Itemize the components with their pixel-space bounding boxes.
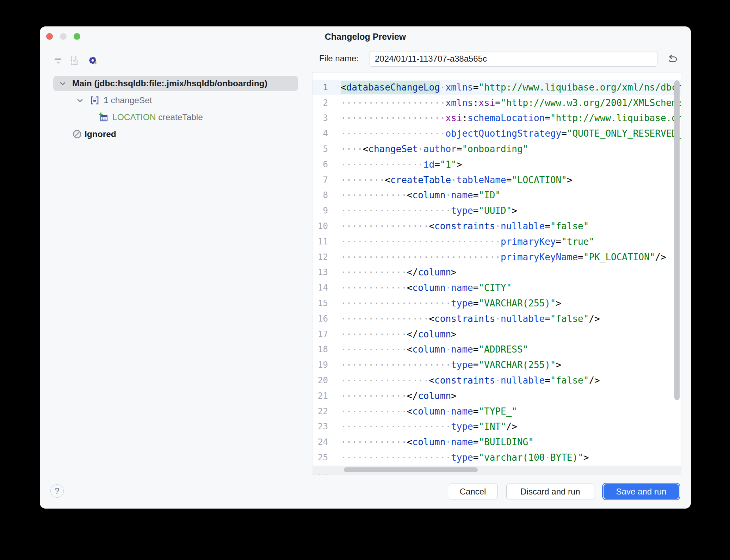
code-text: ·····························primaryKeyN…: [341, 252, 666, 262]
code-line-25: 25····················type="varchar(100·…: [313, 450, 681, 465]
file-name-label: File name:: [319, 54, 359, 63]
help-button[interactable]: ?: [50, 484, 64, 498]
line-number: 2: [313, 98, 328, 108]
move-down-button[interactable]: [53, 56, 63, 66]
line-number: 3: [313, 113, 328, 123]
code-text: ················<constraints·nullable="f…: [341, 221, 589, 231]
horizontal-scrollbar[interactable]: [344, 467, 478, 472]
titlebar: Changelog Preview: [40, 26, 691, 46]
settings-gear-icon: [88, 56, 98, 66]
changelog-editor-pane: File name: 1<databaseChangeLog·xmlns="ht…: [312, 46, 691, 475]
tree-item-label: Ignored: [85, 129, 116, 139]
line-number: 6: [313, 160, 328, 169]
code-text: ············<column·name="BUILDING": [341, 437, 534, 447]
horizontal-scrollbar-track: [313, 466, 681, 474]
changeset-icon: [89, 95, 100, 106]
line-number: 23: [313, 422, 328, 431]
code-text: ···············id="1">: [341, 159, 462, 170]
line-number: 17: [313, 329, 328, 339]
changelog-tree[interactable]: Main (jdbc:hsqldb:file:.jmix/hsqldb/onbo…: [40, 75, 311, 475]
code-area: 1<databaseChangeLog·xmlns="http://www.li…: [313, 73, 681, 474]
code-line-1: 1<databaseChangeLog·xmlns="http://www.li…: [313, 80, 681, 95]
changelog-preview-dialog: Changelog Preview: [40, 26, 691, 509]
code-line-8: 8············<column·name="ID": [313, 188, 681, 203]
chevron-down-icon[interactable]: [58, 79, 67, 88]
code-text: ···················xmlns:xsi="http://www…: [341, 98, 681, 108]
line-number: 7: [313, 175, 328, 185]
code-line-22: 22············<column·name="TYPE_": [313, 404, 681, 419]
line-number: 16: [313, 314, 328, 324]
code-line-14: 14············<column·name="CITY": [313, 280, 681, 295]
code-line-21: 21············</column>: [313, 388, 681, 404]
code-text: ····················type="VARCHAR(255)">: [341, 360, 561, 370]
changelog-tree-panel: Main (jdbc:hsqldb:file:.jmix/hsqldb/onbo…: [40, 46, 312, 475]
discard-and-run-button[interactable]: Discard and run: [506, 484, 594, 499]
settings-button[interactable]: [88, 56, 98, 66]
code-line-2: 2···················xmlns:xsi="http://ww…: [313, 95, 681, 111]
chevron-down-icon[interactable]: [75, 96, 85, 105]
code-text: ················<constraints·nullable="f…: [341, 375, 600, 386]
line-number: 20: [313, 375, 328, 385]
tree-item-label: changeSet: [111, 95, 152, 105]
line-number: 12: [313, 252, 328, 262]
line-number: 24: [313, 437, 328, 447]
tree-item-label: LOCATION: [112, 112, 158, 122]
code-line-15: 15····················type="VARCHAR(255)…: [313, 295, 681, 311]
code-text: ············<column·name="CITY": [341, 282, 512, 293]
line-number: 14: [313, 283, 328, 293]
line-number: 10: [313, 221, 328, 231]
tree-item-ignored[interactable]: Ignored: [40, 126, 311, 143]
code-text: ············<column·name="ID": [341, 190, 501, 200]
code-text: ····················type="VARCHAR(255)">: [341, 298, 561, 309]
code-text: ···················objectQuotingStrategy…: [341, 128, 681, 139]
code-text: ····················type="UUID">: [341, 205, 517, 216]
line-number: 4: [313, 129, 328, 138]
code-text: ····<changeSet·author="onboarding": [341, 144, 528, 154]
file-name-row: File name:: [312, 46, 691, 72]
code-text: ············</column>: [341, 391, 457, 401]
code-text: ···················xsi:schemaLocation="h…: [341, 113, 681, 123]
move-down-icon: [53, 56, 63, 66]
code-text: ····················type="INT"/>: [341, 421, 517, 432]
line-number: 19: [313, 360, 328, 370]
code-line-17: 17············</column>: [313, 326, 681, 342]
tree-item-main[interactable]: Main (jdbc:hsqldb:file:.jmix/hsqldb/onbo…: [40, 75, 311, 92]
reset-file-name-button[interactable]: [666, 52, 679, 65]
code-text: ············<column·name="TYPE_": [341, 406, 517, 417]
line-number: 5: [313, 144, 328, 154]
code-line-5: 5····<changeSet·author="onboarding": [313, 141, 681, 157]
vertical-scrollbar[interactable]: [674, 80, 680, 400]
code-line-23: 23····················type="INT"/>: [313, 419, 681, 435]
code-line-12: 12·····························primaryKe…: [313, 249, 681, 265]
cancel-button[interactable]: Cancel: [448, 484, 498, 499]
line-number: 25: [313, 453, 328, 462]
changelog-code-editor[interactable]: 1<databaseChangeLog·xmlns="http://www.li…: [312, 72, 681, 475]
code-text: ············</column>: [341, 329, 457, 340]
line-number: 18: [313, 344, 328, 354]
code-text: ············</column>: [341, 267, 457, 278]
code-text: ············<column·name="ADDRESS": [341, 344, 528, 355]
code-text: <databaseChangeLog·xmlns="http://www.liq…: [341, 82, 681, 93]
settings-dropdown-arrow: [94, 63, 97, 65]
code-line-19: 19····················type="VARCHAR(255)…: [313, 357, 681, 373]
code-line-6: 6···············id="1">: [313, 157, 681, 172]
refresh-changelog-button[interactable]: [69, 56, 80, 66]
code-line-24: 24············<column·name="BUILDING": [313, 434, 681, 450]
code-line-10: 10················<constraints·nullable=…: [313, 218, 681, 234]
code-text: ················<constraints·nullable="f…: [341, 313, 600, 324]
gutter-separator: [333, 73, 333, 474]
code-line-16: 16················<constraints·nullable=…: [313, 311, 681, 326]
line-number: 11: [313, 237, 328, 247]
line-number: 22: [313, 406, 328, 416]
dialog-title: Changelog Preview: [40, 32, 691, 42]
code-line-9: 9····················type="UUID">: [313, 203, 681, 218]
tree-item-changeset[interactable]: 1 changeSet: [40, 92, 311, 109]
code-line-20: 20················<constraints·nullable=…: [313, 373, 681, 388]
file-name-input[interactable]: [370, 51, 657, 67]
line-number: 8: [313, 190, 328, 200]
save-and-run-button[interactable]: Save and run: [603, 484, 680, 499]
code-line-13: 13············</column>: [313, 265, 681, 280]
code-line-11: 11·····························primaryKe…: [313, 234, 681, 249]
tree-item-location-createtable[interactable]: LOCATION createTable: [40, 109, 311, 126]
tree-item-label: createTable: [158, 112, 203, 122]
